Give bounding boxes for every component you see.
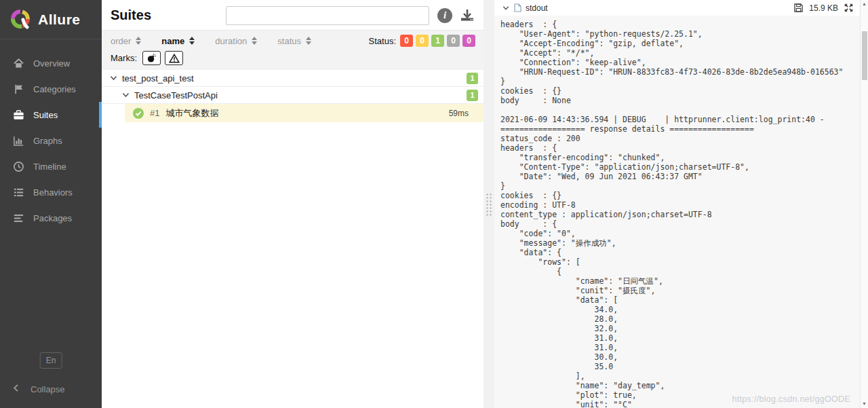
sidebar-item-behaviors[interactable]: Behaviors [0, 179, 102, 205]
sort-arrows-icon [252, 37, 257, 45]
home-icon [12, 57, 24, 69]
suites-panel: Suites i order name duratio [102, 0, 484, 408]
sort-arrows-icon [189, 37, 195, 45]
save-icon[interactable] [794, 3, 803, 12]
search-input[interactable] [226, 6, 429, 25]
flaky-mark-button[interactable] [142, 51, 161, 65]
flag-icon [12, 83, 24, 95]
test-duration: 59ms [449, 109, 469, 118]
sidebar-item-suites[interactable]: Suites [0, 102, 102, 128]
status-badge-passed[interactable]: 1 [431, 35, 444, 47]
stdout-log[interactable]: headers : { "User-Agent": "python-reques… [494, 16, 860, 408]
test-order-number: #1 [150, 108, 159, 118]
sidebar-item-label: Suites [33, 110, 58, 120]
allure-logo-icon [9, 9, 31, 31]
collapse-button[interactable]: Collapse [0, 384, 102, 394]
collapse-label: Collapse [31, 384, 65, 394]
app-title: Allure [38, 12, 81, 28]
status-badge-unknown[interactable]: 0 [462, 35, 475, 47]
tree-node-label: TestCaseTestPostApi [134, 90, 218, 100]
sidebar-item-label: Overview [33, 58, 70, 69]
status-badge-failed[interactable]: 0 [400, 35, 413, 47]
sorter-duration[interactable]: duration [215, 36, 257, 46]
tree-leaf-test-selected[interactable]: #1 城市气象数据 59ms [125, 104, 484, 122]
panel-splitter[interactable] [484, 0, 494, 408]
briefcase-icon [12, 109, 24, 121]
status-badge-broken[interactable]: 0 [416, 35, 429, 47]
panel-header: Suites i [102, 0, 484, 30]
allure-logo[interactable]: Allure [0, 0, 102, 39]
filters-bar: order name duration status Status: [102, 30, 484, 70]
bomb-icon [146, 53, 157, 63]
sorter-label: status [277, 36, 301, 46]
passed-check-icon [133, 108, 144, 119]
sorter-label: name [161, 36, 184, 46]
sort-arrows-icon [136, 37, 141, 45]
test-name: 城市气象数据 [165, 107, 218, 119]
sort-arrows-icon [306, 37, 311, 45]
document-icon [514, 3, 521, 12]
scrollbar-thumb[interactable] [862, 31, 867, 80]
marks-label: Marks: [111, 53, 137, 63]
vertical-scrollbar[interactable]: ▲ ▼ [860, 0, 868, 408]
sidebar: Allure Overview Categories Suites [0, 0, 102, 408]
sort-row: order name duration status Status: [111, 35, 475, 47]
clock-icon [12, 160, 24, 172]
sidebar-item-label: Categories [33, 84, 76, 94]
chevron-left-icon [12, 384, 20, 394]
bar-chart-icon [12, 134, 24, 147]
sidebar-item-graphs[interactable]: Graphs [0, 128, 102, 153]
chevron-down-icon[interactable] [502, 5, 509, 11]
sidebar-divider [0, 39, 102, 39]
status-badge-skipped[interactable]: 0 [447, 35, 460, 47]
scroll-up-arrow-icon[interactable]: ▲ [861, 0, 868, 8]
warning-triangle-icon [169, 54, 180, 63]
splitter-grip-icon [486, 193, 492, 217]
tree-node-testcase-class[interactable]: TestCaseTestPostApi 1 [102, 87, 484, 104]
attachment-size: 15.9 KB [809, 3, 838, 13]
sorter-status[interactable]: status [277, 36, 311, 46]
allure-report-app: Allure Overview Categories Suites [0, 0, 868, 408]
sidebar-item-label: Timeline [33, 162, 66, 172]
attachment-name[interactable]: stdout [526, 3, 548, 13]
sidebar-item-label: Packages [33, 213, 72, 223]
language-button[interactable]: En [40, 352, 62, 369]
active-item-indicator [99, 102, 102, 128]
sidebar-item-timeline[interactable]: Timeline [0, 153, 102, 179]
scroll-down-arrow-icon[interactable]: ▼ [861, 400, 868, 408]
header-icons: i [437, 8, 475, 23]
attachment-actions: 15.9 KB [794, 3, 853, 13]
align-left-icon [12, 212, 24, 224]
sidebar-nav: Overview Categories Suites Graphs [0, 50, 102, 231]
known-issue-mark-button[interactable] [165, 51, 183, 65]
sidebar-item-label: Graphs [33, 136, 62, 146]
sorter-label: order [111, 36, 131, 46]
sorter-name[interactable]: name [161, 36, 195, 46]
page-title: Suites [111, 7, 151, 23]
chevron-down-icon[interactable] [122, 92, 130, 98]
marks-row: Marks: [111, 51, 475, 65]
attachment-header: stdout 15.9 KB [494, 0, 860, 16]
passed-count-badge: 1 [467, 90, 478, 101]
status-label: Status: [369, 36, 396, 46]
status-filter-group: Status: 0 0 1 0 0 [369, 35, 475, 47]
sidebar-item-packages[interactable]: Packages [0, 205, 102, 231]
sorter-order[interactable]: order [111, 36, 141, 46]
expand-icon[interactable] [844, 3, 853, 12]
download-icon[interactable] [459, 8, 475, 23]
list-icon [12, 186, 24, 198]
sidebar-item-overview[interactable]: Overview [0, 50, 102, 76]
attachment-panel: stdout 15.9 KB headers : { "User-Agent":… [494, 0, 860, 408]
info-icon[interactable]: i [437, 8, 452, 23]
chevron-down-icon[interactable] [110, 75, 117, 81]
suites-tree: test_post_api_test 1 TestCaseTestPostApi… [102, 70, 484, 408]
tree-node-suite[interactable]: test_post_api_test 1 [102, 70, 484, 87]
sorter-label: duration [215, 36, 247, 46]
sidebar-item-categories[interactable]: Categories [0, 76, 102, 102]
tree-node-label: test_post_api_test [122, 73, 194, 84]
passed-count-badge: 1 [467, 73, 478, 84]
sidebar-item-label: Behaviors [33, 187, 73, 198]
